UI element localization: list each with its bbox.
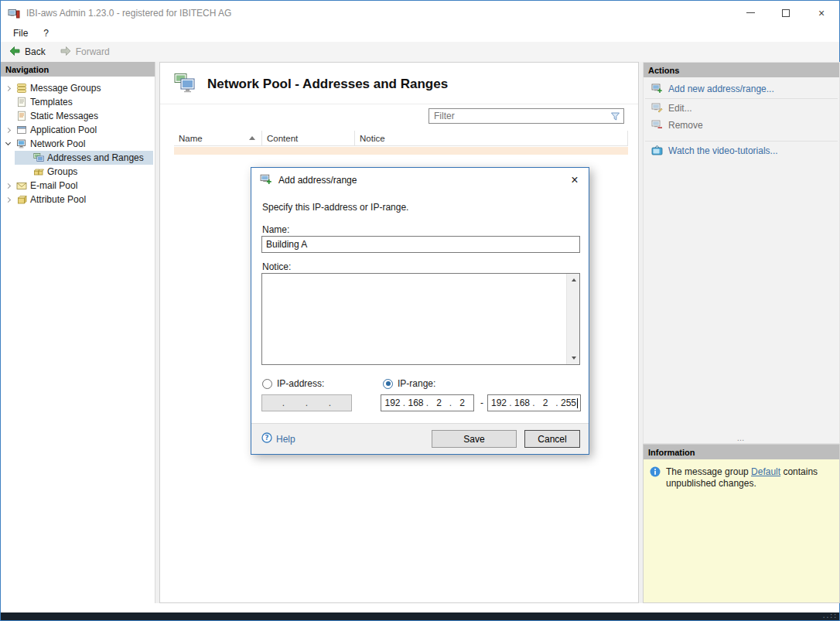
help-label: Help — [276, 434, 295, 445]
tree-label: Application Pool — [30, 125, 97, 135]
minimize-button[interactable] — [732, 1, 768, 25]
remove-icon — [651, 119, 663, 132]
add-address-range-dialog: Add address/range × Specify this IP-addr… — [251, 167, 589, 455]
menu-help[interactable]: ? — [36, 25, 56, 42]
ip-address-input: ... — [261, 394, 352, 411]
save-button[interactable]: Save — [432, 430, 517, 448]
ip-address-radio[interactable] — [262, 379, 272, 389]
statusbar: ..:: — [1, 612, 839, 620]
title-separator — [160, 104, 638, 104]
application-pool-icon — [15, 125, 28, 135]
tree-label: Templates — [30, 97, 73, 107]
ip-address-radio-group[interactable]: IP-address: — [262, 378, 324, 389]
action-watch-video-tutorials[interactable]: Watch the video-tutorials... — [644, 142, 839, 159]
filter-funnel-icon[interactable] — [606, 111, 623, 121]
chevron-right-icon[interactable] — [1, 128, 15, 132]
navigation-panel: Navigation Message Groups Templates — [1, 62, 155, 603]
column-label: Content — [267, 134, 298, 143]
static-messages-icon — [15, 111, 28, 121]
scroll-down-icon[interactable] — [567, 352, 580, 364]
column-header-notice[interactable]: Notice — [355, 131, 628, 145]
action-add-new-address-range[interactable]: Add new address/range... — [644, 80, 839, 97]
tree-item-message-groups[interactable]: Message Groups — [1, 81, 155, 95]
back-button[interactable]: Back — [2, 43, 52, 60]
svg-text:?: ? — [265, 434, 269, 442]
window-title: IBI-aws Admin 1.23.0 - registered for IB… — [26, 8, 231, 19]
default-message-group-link[interactable]: Default — [751, 466, 780, 477]
octet: 2 — [454, 398, 471, 408]
panel-splitter-handle[interactable]: … — [644, 435, 839, 442]
forward-arrow-icon — [60, 45, 72, 60]
help-link[interactable]: ? Help — [261, 432, 295, 445]
ip-address-label: IP-address: — [277, 378, 324, 389]
tree-label: Message Groups — [30, 83, 101, 94]
notice-label: Notice: — [262, 261, 291, 272]
tree-item-templates[interactable]: Templates — [1, 95, 155, 109]
close-button[interactable]: × — [804, 1, 839, 25]
menu-file[interactable]: File — [5, 25, 36, 42]
cancel-button[interactable]: Cancel — [524, 430, 580, 448]
octet: 192 — [384, 398, 401, 408]
tree-item-addresses-and-ranges[interactable]: Addresses and Ranges — [1, 151, 155, 165]
dialog-titlebar: Add address/range × — [251, 168, 589, 192]
back-label: Back — [25, 46, 46, 57]
addresses-and-ranges-icon — [32, 152, 45, 163]
titlebar: IBI-aws Admin 1.23.0 - registered for IB… — [1, 1, 839, 25]
text-caret — [577, 398, 578, 408]
filter-box — [429, 108, 624, 124]
tree-item-application-pool[interactable]: Application Pool — [1, 123, 155, 137]
actions-header: Actions — [644, 63, 839, 77]
tree-item-groups[interactable]: Groups — [1, 165, 155, 179]
tree-label: Addresses and Ranges — [47, 152, 144, 163]
message-groups-icon — [15, 83, 28, 94]
add-address-icon — [651, 83, 663, 96]
toolbar: Back Forward — [1, 42, 839, 62]
navigation-header: Navigation — [1, 62, 155, 77]
tree-item-static-messages[interactable]: Static Messages — [1, 109, 155, 123]
column-header-content[interactable]: Content — [262, 131, 355, 145]
ip-range-radio-group[interactable]: IP-range: — [383, 378, 435, 389]
chevron-down-icon[interactable] — [1, 143, 15, 145]
tree-label: Network Pool — [30, 138, 85, 149]
column-header-name[interactable]: Name — [174, 131, 262, 145]
information-body: The message group Default contains unpub… — [644, 459, 839, 602]
tree-item-email-pool[interactable]: E-mail Pool — [1, 179, 155, 193]
notice-scrollbar[interactable] — [566, 274, 579, 364]
dialog-description: Specify this IP-address or IP-range. — [262, 202, 408, 213]
forward-label: Forward — [76, 46, 110, 57]
email-pool-icon — [15, 180, 28, 191]
info-icon — [650, 466, 661, 595]
name-label: Name: — [262, 224, 289, 235]
octet: 192 — [490, 398, 507, 408]
maximize-button[interactable] — [768, 1, 804, 25]
back-arrow-icon — [9, 45, 21, 60]
templates-icon — [15, 97, 28, 107]
information-header: Information — [644, 445, 839, 459]
action-label: Edit... — [668, 103, 692, 114]
action-edit: Edit... — [644, 100, 839, 117]
chevron-right-icon[interactable] — [1, 198, 15, 202]
ip-range-from-input[interactable]: 192.168.2.2 — [381, 394, 474, 411]
scroll-up-icon[interactable] — [567, 274, 580, 286]
sort-ascending-icon — [249, 136, 255, 140]
action-remove: Remove — [644, 117, 839, 134]
chevron-right-icon[interactable] — [1, 87, 15, 90]
tree-item-network-pool[interactable]: Network Pool — [1, 137, 155, 151]
resize-grip[interactable]: ..:: — [822, 613, 839, 619]
actions-separator — [645, 141, 838, 142]
edit-icon — [651, 102, 663, 115]
ip-range-label: IP-range: — [398, 378, 435, 389]
actions-separator — [645, 98, 838, 99]
forward-button: Forward — [53, 43, 116, 60]
filter-input[interactable] — [429, 111, 606, 121]
page-title: Network Pool - Addresses and Ranges — [207, 77, 448, 92]
notice-textarea[interactable] — [262, 274, 566, 364]
chevron-right-icon[interactable] — [1, 184, 15, 188]
tree-item-attribute-pool[interactable]: Attribute Pool — [1, 193, 155, 206]
network-pool-page-icon — [174, 73, 197, 96]
name-input[interactable] — [261, 236, 580, 253]
ip-range-to-input[interactable]: 192.168.2.255 — [487, 394, 581, 411]
ip-range-radio[interactable] — [383, 379, 393, 389]
actions-panel: Actions Add new address/range... Edit...… — [643, 62, 840, 444]
dialog-close-icon[interactable]: × — [564, 170, 586, 190]
